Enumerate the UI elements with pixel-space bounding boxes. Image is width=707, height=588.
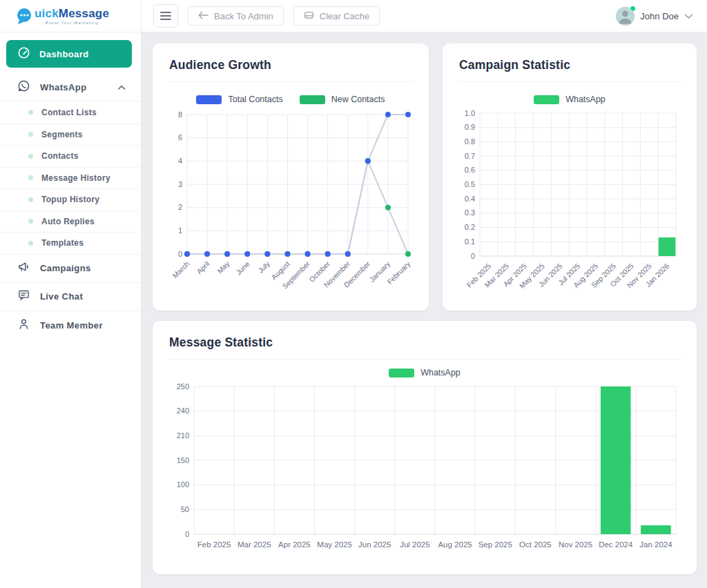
svg-text:250: 250 (177, 382, 189, 391)
svg-text:8: 8 (178, 110, 182, 119)
campaign-statistic-chart: 1.00.90.80.70.60.50.40.30.20.10Feb 2025M… (459, 108, 680, 309)
sidebar-item-label: Dashboard (39, 49, 89, 59)
svg-text:0.2: 0.2 (465, 223, 475, 231)
sidebar-item-label: Live Chat (40, 291, 83, 302)
svg-text:210: 210 (177, 431, 189, 440)
topbar: Back To Admin Clear Cache (142, 0, 707, 32)
message-statistic-card: Message Statistic WhatsApp 2502402101501… (153, 321, 697, 574)
svg-text:Feb 2025: Feb 2025 (197, 540, 231, 549)
sidebar-item-team-member[interactable]: Team Member (0, 311, 141, 340)
svg-text:June: June (234, 259, 251, 277)
sidebar-item-label: Team Member (40, 320, 103, 331)
svg-text:Mar 2025: Mar 2025 (238, 540, 271, 549)
arrow-left-icon (198, 11, 209, 21)
sidebar-item-live-chat[interactable]: Live Chat (0, 283, 141, 311)
chat-bubble-logo-icon (15, 7, 33, 25)
audience-growth-chart: 8643210MarchAprilMayJuneJulyAugustSeptem… (169, 108, 412, 305)
back-to-admin-label: Back To Admin (214, 11, 273, 21)
svg-text:Jun 2025: Jun 2025 (358, 540, 391, 549)
sidebar-item-campaigns[interactable]: Campaigns (0, 255, 141, 283)
legend-swatch (534, 95, 559, 104)
card-title-campaign-statistic: Campaign Statistic (459, 43, 680, 72)
sidebar-item-whatsapp[interactable]: WhatsApp (0, 73, 141, 101)
person-icon (17, 317, 30, 333)
svg-text:0.5: 0.5 (465, 180, 475, 188)
brand-name-suffix: Message (59, 7, 109, 20)
svg-text:Sep 2025: Sep 2025 (478, 540, 512, 549)
bullet-dot-icon (28, 110, 33, 115)
sidebar-subitem-contact-lists[interactable]: Contact Lists (0, 101, 141, 124)
back-to-admin-button[interactable]: Back To Admin (188, 6, 284, 26)
sidebar-subitem-label: Auto Replies (41, 217, 95, 226)
svg-text:150: 150 (177, 456, 189, 464)
chat-icon (17, 288, 30, 304)
legend-swatch (196, 95, 222, 104)
sidebar-subitem-label: Contact Lists (41, 108, 97, 117)
sidebar-item-dashboard[interactable]: Dashboard (6, 40, 132, 68)
speedometer-icon (17, 46, 30, 62)
sidebar-nav: Dashboard WhatsApp Contact ListsSeg (0, 32, 141, 340)
user-menu[interactable]: John Doe (616, 7, 693, 26)
bullet-dot-icon (28, 197, 33, 202)
app-root: uickMessage Boost Your Marketing Dashboa… (0, 0, 707, 588)
svg-text:1.0: 1.0 (465, 109, 475, 117)
brand-logo[interactable]: uickMessage Boost Your Marketing (0, 0, 141, 32)
svg-text:May 2025: May 2025 (317, 540, 352, 549)
sidebar-subitem-segments[interactable]: Segments (0, 124, 141, 146)
legend-entry-whatsapp[interactable]: WhatsApp (389, 368, 461, 378)
legend-entry-whatsapp[interactable]: WhatsApp (534, 95, 606, 104)
legend-entry-total-contacts[interactable]: Total Contacts (196, 95, 282, 104)
legend-label: WhatsApp (420, 368, 461, 378)
sidebar-subitem-auto-replies[interactable]: Auto Replies (0, 210, 141, 233)
svg-text:Jan 2024: Jan 2024 (639, 540, 672, 549)
chevron-up-icon (117, 81, 126, 93)
legend-swatch (300, 95, 325, 104)
svg-text:0.3: 0.3 (465, 208, 475, 217)
svg-text:0: 0 (178, 250, 182, 258)
svg-text:April: April (195, 259, 211, 275)
sidebar-item-label: Campaigns (40, 263, 91, 273)
legend-entry-new-contacts[interactable]: New Contacts (300, 95, 385, 104)
campaign-statistic-card: Campaign Statistic WhatsApp 1.00.90.80.7… (443, 43, 697, 311)
online-status-dot (630, 6, 636, 12)
sidebar: uickMessage Boost Your Marketing Dashboa… (0, 0, 142, 588)
audience-growth-plot: 8643210MarchAprilMayJuneJulyAugustSeptem… (169, 108, 412, 302)
cache-drive-icon (304, 10, 314, 22)
megaphone-icon (17, 260, 30, 276)
sidebar-subitem-label: Message History (41, 173, 110, 183)
clear-cache-button[interactable]: Clear Cache (293, 6, 380, 26)
svg-text:50: 50 (181, 505, 189, 513)
sidebar-subitem-label: Templates (41, 238, 84, 248)
sidebar-subitem-contacts[interactable]: Contacts (0, 145, 141, 167)
card-title-message-statistic: Message Statistic (169, 321, 680, 350)
audience-growth-legend: Total ContactsNew Contacts (169, 95, 412, 104)
svg-text:0.9: 0.9 (465, 123, 475, 131)
sidebar-subitem-label: Topup History (41, 195, 99, 204)
sidebar-subitem-templates[interactable]: Templates (0, 232, 141, 254)
main-content: Audience Growth Total ContactsNew Contac… (142, 32, 707, 588)
sidebar-subitem-message-history[interactable]: Message History (0, 167, 141, 189)
brand-tagline: Boost Your Marketing (35, 21, 109, 25)
svg-text:March: March (171, 259, 191, 280)
sidebar-subitem-label: Contacts (41, 151, 79, 161)
svg-text:Nov 2025: Nov 2025 (559, 540, 592, 549)
sidebar-subitem-topup-history[interactable]: Topup History (0, 188, 141, 210)
bullet-dot-icon (28, 241, 33, 246)
avatar (616, 7, 635, 26)
divider (459, 81, 680, 82)
svg-text:Apr 2025: Apr 2025 (278, 540, 311, 549)
svg-text:0.7: 0.7 (465, 152, 475, 160)
clear-cache-label: Clear Cache (320, 11, 369, 21)
svg-text:100: 100 (177, 480, 189, 489)
svg-text:0.1: 0.1 (465, 237, 475, 246)
user-name: John Doe (640, 11, 679, 21)
sidebar-toggle-button[interactable] (153, 4, 178, 28)
svg-text:Aug 2025: Aug 2025 (438, 540, 472, 549)
message-statistic-chart: 250240210150100500Feb 2025Mar 2025Apr 20… (169, 381, 680, 555)
divider (169, 81, 412, 82)
svg-text:Jul 2025: Jul 2025 (400, 540, 429, 549)
divider (169, 359, 680, 360)
svg-text:240: 240 (177, 406, 189, 415)
sidebar-item-label: WhatsApp (40, 82, 86, 92)
legend-label: New Contacts (331, 95, 385, 104)
